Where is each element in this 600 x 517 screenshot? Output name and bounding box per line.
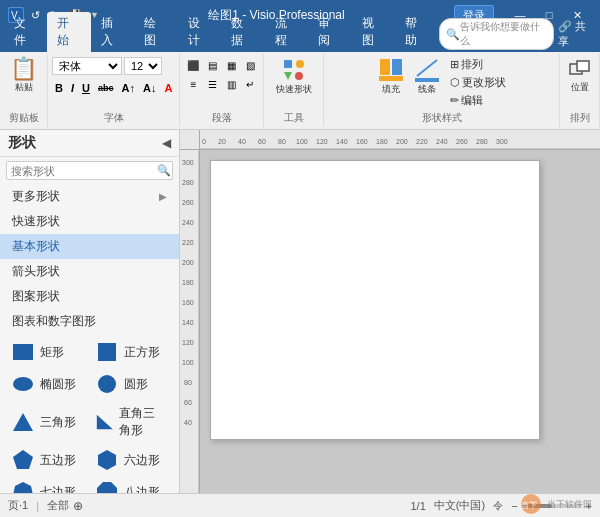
svg-text:260: 260 <box>456 138 468 145</box>
arrange-content: 位置 <box>565 56 595 109</box>
svg-rect-5 <box>295 72 303 80</box>
svg-rect-13 <box>13 344 33 360</box>
font-style-row: B I U abc A↑ A↓ A <box>52 79 175 97</box>
tab-data[interactable]: 数据 <box>221 12 264 52</box>
category-more-shapes[interactable]: 更多形状 ▶ <box>0 184 179 209</box>
shapes-search-input[interactable] <box>7 163 153 179</box>
ribbon-search-box[interactable]: 🔍 告诉我你想要做什么 <box>439 18 554 50</box>
font-family-select[interactable]: 宋体 <box>52 57 122 75</box>
canvas-area: 0 20 40 60 80 100 120 140 160 180 200 22… <box>180 130 600 493</box>
align-top-left[interactable]: ⬛ <box>184 56 202 74</box>
canvas-scroll-area[interactable] <box>200 150 600 493</box>
shape-circle[interactable]: 圆形 <box>92 370 172 398</box>
line-button[interactable]: 线条 <box>411 56 443 98</box>
pentagon-icon <box>12 449 34 471</box>
category-pattern-shapes[interactable]: 图案形状 <box>0 284 179 309</box>
category-arrow-shapes[interactable]: 箭头形状 <box>0 259 179 284</box>
shape-ellipse[interactable]: 椭圆形 <box>8 370 88 398</box>
tab-flow[interactable]: 流程 <box>265 12 308 52</box>
align-middle-center[interactable]: ☰ <box>203 75 221 93</box>
svg-rect-14 <box>98 343 116 361</box>
svg-rect-6 <box>380 59 390 75</box>
font-name-row: 宋体 12pt <box>52 57 162 75</box>
strikethrough-button[interactable]: abc <box>95 79 117 97</box>
bold-button[interactable]: B <box>52 79 66 97</box>
tab-file[interactable]: 文件 <box>4 12 47 52</box>
svg-text:120: 120 <box>316 138 328 145</box>
ruler-row: 0 20 40 60 80 100 120 140 160 180 200 22… <box>180 130 600 150</box>
category-basic-shapes[interactable]: 基本形状 <box>0 234 179 259</box>
align-top-center[interactable]: ▤ <box>203 56 221 74</box>
paste-icon: 📋 <box>10 58 37 80</box>
change-shape-button[interactable]: ⬡ 更改形状 <box>447 74 509 91</box>
svg-text:160: 160 <box>182 299 194 306</box>
shapes-search-box[interactable]: 🔍 <box>6 161 173 180</box>
ruler-corner <box>180 130 200 150</box>
svg-text:60: 60 <box>184 399 192 406</box>
tab-insert[interactable]: 插入 <box>91 12 134 52</box>
tools-group: 快速形状 工具 <box>264 54 324 127</box>
quick-shape-button[interactable]: 快速形状 <box>272 56 316 98</box>
paragraph-content: ⬛ ▤ ▦ ▧ ≡ ☰ ▥ ↵ <box>184 56 259 109</box>
svg-text:140: 140 <box>336 138 348 145</box>
drawing-canvas[interactable] <box>210 160 540 440</box>
svg-text:180: 180 <box>376 138 388 145</box>
language-info: 中文(中国) <box>434 498 485 513</box>
svg-text:100: 100 <box>296 138 308 145</box>
edit-button[interactable]: ✏ 编辑 <box>447 92 509 109</box>
tab-help[interactable]: 帮助 <box>395 12 438 52</box>
align-middle-left[interactable]: ≡ <box>184 75 202 93</box>
svg-rect-2 <box>284 60 292 68</box>
collapse-button[interactable]: ◀ <box>162 136 171 150</box>
align-middle-right[interactable]: ▥ <box>222 75 240 93</box>
shapes-panel-header: 形状 ◀ <box>0 130 179 157</box>
svg-text:240: 240 <box>182 219 194 226</box>
svg-text:100: 100 <box>182 359 194 366</box>
align-option8[interactable]: ↵ <box>241 75 259 93</box>
rectangle-icon <box>12 341 34 363</box>
paragraph-group: ⬛ ▤ ▦ ▧ ≡ ☰ ▥ ↵ 段落 <box>180 54 264 127</box>
shape-triangle[interactable]: 三角形 <box>8 402 88 442</box>
fill-icon <box>379 58 403 82</box>
page-count-info: 1/1 <box>411 500 426 512</box>
vertical-ruler: 300 280 260 240 220 200 180 160 140 120 … <box>180 150 200 493</box>
shapes-panel-title: 形状 <box>8 134 36 152</box>
page-label: 页·1 <box>8 498 28 513</box>
share-button[interactable]: 🔗 共享 <box>558 19 596 49</box>
tab-design[interactable]: 设计 <box>178 12 221 52</box>
tab-view[interactable]: 视图 <box>352 12 395 52</box>
shape-heptagon[interactable]: 七边形 <box>8 478 88 493</box>
tab-review[interactable]: 审阅 <box>308 12 351 52</box>
svg-text:60: 60 <box>258 138 266 145</box>
font-color-button[interactable]: A <box>161 79 175 97</box>
font-size-select[interactable]: 12pt <box>124 57 162 75</box>
status-bar: 页·1 | 全部 ⊕ 1/1 中文(中国) 令 − + 当下 当下软件园 <box>0 493 600 517</box>
category-chart-shapes[interactable]: 图表和数字图形 <box>0 309 179 334</box>
position-button[interactable]: 位置 <box>565 56 595 96</box>
category-quick-shapes[interactable]: 快速形状 <box>0 209 179 234</box>
fill-button[interactable]: 填充 <box>375 56 407 98</box>
font-shrink-button[interactable]: A↓ <box>140 79 159 97</box>
shape-pentagon[interactable]: 五边形 <box>8 446 88 474</box>
shape-octagon[interactable]: 八边形 <box>92 478 172 493</box>
tab-draw[interactable]: 绘图 <box>134 12 177 52</box>
shapes-search-button[interactable]: 🔍 <box>153 162 175 179</box>
italic-button[interactable]: I <box>68 79 77 97</box>
align-option4[interactable]: ▧ <box>241 56 259 74</box>
shape-rectangle[interactable]: 矩形 <box>8 338 88 366</box>
shape-square[interactable]: 正方形 <box>92 338 172 366</box>
shape-hexagon[interactable]: 六边形 <box>92 446 172 474</box>
shape-right-triangle[interactable]: 直角三角形 <box>92 402 172 442</box>
arrange-button[interactable]: ⊞ 排列 <box>447 56 509 73</box>
underline-button[interactable]: U <box>79 79 93 97</box>
add-page-button[interactable]: ⊕ <box>73 499 83 513</box>
svg-text:20: 20 <box>218 138 226 145</box>
align-top-right[interactable]: ▦ <box>222 56 240 74</box>
horizontal-ruler: 0 20 40 60 80 100 120 140 160 180 200 22… <box>200 130 600 150</box>
main-area: 形状 ◀ 🔍 更多形状 ▶ 快速形状 基本形状 箭头形状 图案形状 <box>0 130 600 493</box>
tools-label: 工具 <box>284 111 304 125</box>
paste-button[interactable]: 📋 粘贴 <box>6 56 41 96</box>
font-grow-button[interactable]: A↑ <box>118 79 137 97</box>
ribbon-tabs: 文件 开始 插入 绘图 设计 数据 流程 审阅 视图 帮助 🔍 告诉我你想要做什… <box>0 30 600 52</box>
tab-home[interactable]: 开始 <box>47 12 90 52</box>
